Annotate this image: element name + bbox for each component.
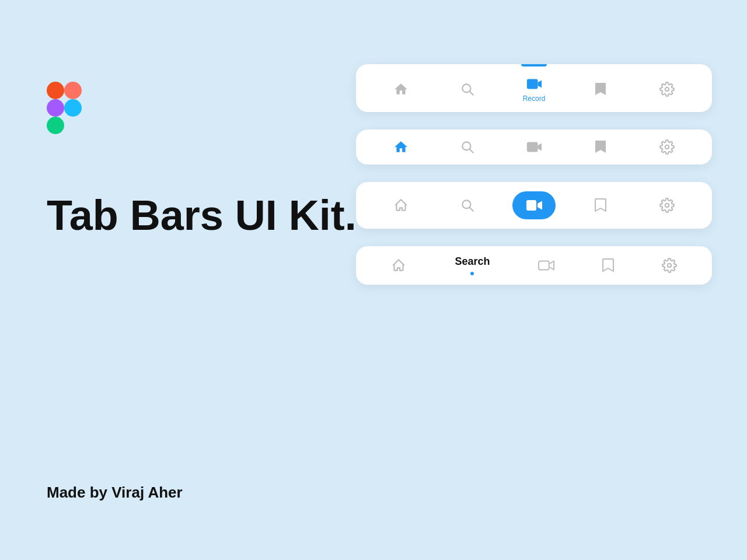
record-label: Record xyxy=(523,94,546,103)
svg-line-6 xyxy=(470,92,473,95)
tab-item-record-4[interactable] xyxy=(515,257,577,274)
title-line1: Tab Bars UI Kit. xyxy=(47,192,357,239)
svg-point-3 xyxy=(64,99,82,117)
active-top-line xyxy=(521,64,547,66)
svg-rect-14 xyxy=(539,261,549,270)
settings-icon-4 xyxy=(661,257,678,274)
tab-item-settings-2[interactable] xyxy=(634,139,700,155)
record-icon xyxy=(526,76,542,92)
tab-item-search-1[interactable] xyxy=(434,81,501,97)
tab-item-record-2[interactable] xyxy=(501,139,567,155)
svg-rect-2 xyxy=(47,99,64,117)
tab-bar-3 xyxy=(356,182,712,229)
tab-item-search-3[interactable] xyxy=(434,197,501,214)
record-icon-2 xyxy=(526,139,542,155)
settings-icon-2 xyxy=(659,139,675,155)
tab-bar-1: Record xyxy=(356,64,712,112)
search-text-label: Search xyxy=(455,256,490,268)
bookmark-icon-3 xyxy=(592,197,609,214)
title-block: Tab Bars UI Kit. xyxy=(47,192,357,239)
tab-item-settings-3[interactable] xyxy=(634,197,700,214)
tab-item-bookmark-2[interactable] xyxy=(567,139,634,155)
settings-icon xyxy=(659,81,675,97)
tab-bar-4: Search xyxy=(356,246,712,285)
svg-line-12 xyxy=(470,208,473,211)
bookmark-icon-2 xyxy=(592,139,609,155)
bookmark-icon xyxy=(592,81,609,97)
home-icon-2 xyxy=(393,139,409,155)
tab-item-bookmark-1[interactable] xyxy=(567,81,634,97)
tab-item-settings-1[interactable] xyxy=(634,81,700,97)
search-active-dot xyxy=(470,272,474,275)
tab-bars-container: Record xyxy=(356,64,712,285)
tab-item-settings-4[interactable] xyxy=(638,257,700,274)
svg-point-10 xyxy=(665,145,669,149)
tab-item-bookmark-3[interactable] xyxy=(567,197,634,214)
settings-icon-3 xyxy=(659,197,675,214)
figma-logo xyxy=(47,82,82,134)
search-icon-3 xyxy=(459,197,476,214)
tab-item-bookmark-4[interactable] xyxy=(577,257,639,274)
home-icon-3 xyxy=(393,197,409,214)
tab-item-record-3[interactable] xyxy=(501,191,567,219)
svg-rect-1 xyxy=(64,82,82,99)
svg-point-7 xyxy=(665,88,669,92)
svg-line-9 xyxy=(470,149,473,153)
home-icon xyxy=(393,81,409,97)
tab-item-home-2[interactable] xyxy=(368,139,434,155)
svg-rect-4 xyxy=(47,117,64,134)
search-icon xyxy=(459,81,476,97)
svg-point-15 xyxy=(668,264,672,268)
tab-item-record-1[interactable]: Record xyxy=(501,76,567,103)
tab-item-search-2[interactable] xyxy=(434,139,501,155)
search-icon-2 xyxy=(459,139,476,155)
tab-item-search-4[interactable]: Search xyxy=(430,256,516,275)
tab-item-home-1[interactable] xyxy=(368,81,434,97)
tab-item-home-4[interactable] xyxy=(368,257,430,274)
record-icon-4 xyxy=(538,257,554,274)
record-active-pill xyxy=(512,191,556,219)
made-by-text: Made by Viraj Aher xyxy=(47,484,183,502)
home-icon-4 xyxy=(390,257,407,274)
svg-point-13 xyxy=(665,204,669,208)
tab-item-home-3[interactable] xyxy=(368,197,434,214)
bookmark-icon-4 xyxy=(600,257,616,274)
svg-rect-0 xyxy=(47,82,64,99)
tab-bar-2 xyxy=(356,130,712,164)
